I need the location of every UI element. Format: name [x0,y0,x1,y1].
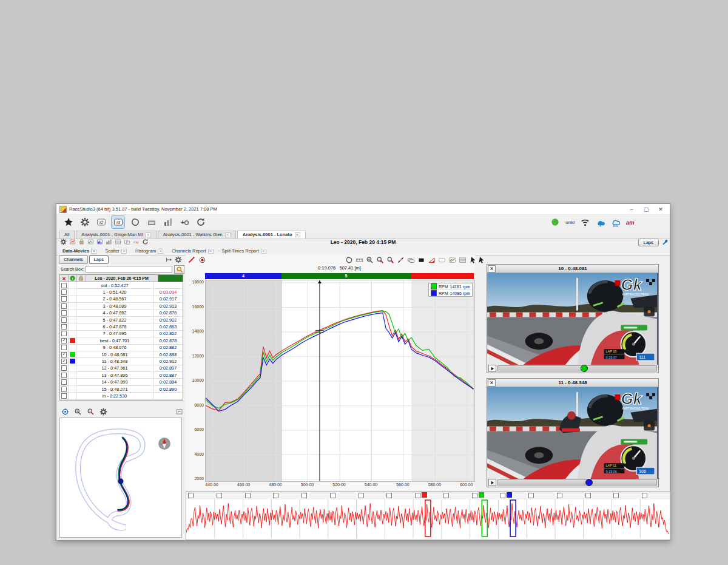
strip-lap-checkbox[interactable] [443,493,449,498]
lap-checkbox[interactable] [60,323,69,330]
pencil-icon[interactable] [187,256,195,264]
ecu-cloud-icon[interactable]: ECU [611,218,620,227]
sync-button[interactable] [194,216,207,228]
laps-button[interactable]: Laps [638,239,659,246]
strip-lap-checkbox[interactable] [359,493,364,498]
close-button[interactable]: ✕ [655,206,667,212]
gear-icon[interactable] [175,256,182,263]
ruler-icon[interactable] [356,256,363,264]
tab-close-icon[interactable]: ✕ [295,232,300,237]
view-chart-icon[interactable] [448,256,456,264]
checkbox-box[interactable] [61,324,67,330]
lap-checkbox[interactable] [60,365,69,371]
checkbox-box[interactable] [61,283,67,288]
subtab-data-movies[interactable]: Data-Movies✕ [59,248,100,255]
target-icon[interactable] [61,408,69,416]
video-position-marker[interactable] [585,479,593,486]
strip-lap-checkbox[interactable] [245,493,251,498]
play-button[interactable] [488,479,496,486]
checkbox-box[interactable]: ✓ [61,338,67,343]
cursor-tool-icon[interactable] [477,256,485,264]
tools-button[interactable] [62,216,75,228]
tab-close-icon[interactable]: ✕ [225,232,231,237]
lap-row[interactable]: 15 - 0:48.2710:02.890 [60,386,183,393]
tab-close-icon[interactable]: ✕ [146,232,151,237]
rs3-button[interactable]: r3 [111,215,125,229]
checkbox-box[interactable] [61,303,67,309]
zoom-out-icon[interactable] [87,408,95,416]
account-label[interactable]: unkl [565,220,575,225]
layers-icon[interactable] [407,256,415,264]
info-icon[interactable]: i [69,275,77,282]
checkbox-box[interactable] [61,373,67,378]
subtab-close-icon[interactable]: ✕ [158,249,163,254]
video-frame[interactable]: Gk KART RACING TEAM LAP 110:19.06 106 [487,387,658,479]
checkbox-box[interactable] [61,310,67,316]
strip-lap-checkbox[interactable] [386,493,392,498]
add-device-button[interactable]: + [178,216,190,228]
track-map[interactable] [60,418,180,536]
zoom-in-icon[interactable] [74,408,82,416]
maximize-button[interactable]: ▢ [640,206,652,212]
search-button[interactable] [174,265,184,274]
strip-lap-checkbox[interactable] [613,493,619,498]
tab-analysis-0001-lonato[interactable]: Analysis-0001 - Lonato✕ [237,231,306,239]
lap-row[interactable]: ✓11 - 0:48.3480:02.912 [60,358,183,365]
weather-icon[interactable] [596,218,605,227]
zoom-prev-icon[interactable] [376,256,384,264]
remove-icon[interactable]: ✕ [60,275,69,282]
video-progress-bar[interactable] [497,365,657,371]
lap-row[interactable]: in - 0:22.530 [60,393,183,399]
strip-lap-checkbox[interactable] [528,493,534,498]
strip-lap-checkbox[interactable] [188,493,194,498]
lap-row[interactable]: ✓10 - 0:48.0810:02.888 [60,351,183,358]
view-plain-icon[interactable] [438,256,446,264]
track-button[interactable] [129,216,141,228]
lap-checkbox[interactable]: ✓ [60,358,69,364]
gear-button[interactable] [78,216,91,228]
channels-tab-button[interactable]: Channels [59,255,88,264]
tab-analysis-0001-gingerman-mi[interactable]: Analysis-0001 - GingerMan MI✕ [76,231,156,239]
lap-row[interactable]: 2 - 0:48.5670:02.917 [60,296,183,303]
video-frame[interactable]: Gk KART RACING TEAM LAP 100:19.07 111 [487,273,658,365]
checkbox-box[interactable] [61,387,67,392]
rs2-button[interactable]: r2 [95,216,107,228]
subtab-histogram[interactable]: Histogram✕ [132,248,167,255]
tab-analysis-0001-watkins-glen[interactable]: Analysis-0001 - Watkins Glen✕ [158,231,236,239]
record-icon[interactable] [198,256,206,264]
strip-lap-checkbox[interactable] [415,493,420,498]
lap-checkbox[interactable]: ✓ [60,337,69,343]
zoom-in-icon[interactable] [366,256,374,264]
checkbox-box[interactable] [61,331,67,336]
tab-all[interactable]: All [59,231,75,239]
rpm-plot[interactable] [205,280,475,482]
measure-icon[interactable] [428,256,436,264]
subtab-scatter[interactable]: Scatter✕ [101,248,130,255]
lap-checkbox[interactable] [60,289,69,295]
subtab-close-icon[interactable]: ✕ [121,249,127,254]
cursor-icon[interactable] [469,256,477,264]
lap-row[interactable]: 12 - 0:47.9610:02.897 [60,365,183,372]
wrench-icon[interactable] [661,239,669,246]
lap-row[interactable]: 5 - 0:47.8220:02.902 [60,317,183,323]
lap-checkbox[interactable] [60,393,69,399]
lap-checkbox[interactable] [60,331,69,337]
checkbox-box[interactable]: ✓ [61,352,67,357]
report-button[interactable] [161,216,174,228]
lap-row[interactable]: 4 - 0:47.8520:02.876 [60,310,183,317]
lap-row[interactable]: 13 - 0:47.8060:02.887 [60,372,183,379]
checkbox-box[interactable]: ✓ [61,359,67,364]
lap-checkbox[interactable] [60,303,69,309]
zoom-free-icon[interactable] [397,256,405,264]
checkbox-box[interactable] [61,345,67,350]
lap-row[interactable]: 9 - 0:48.0760:02.882 [60,345,183,351]
play-button[interactable] [488,365,496,372]
lap-checkbox[interactable] [60,310,69,316]
lap-checkbox[interactable] [60,317,69,323]
track-icon[interactable] [345,256,353,264]
track-segment-5[interactable]: 5 [281,273,411,279]
strip-lap-checkbox[interactable] [273,493,278,498]
lap-checkbox[interactable] [60,282,69,288]
laps-tab-button[interactable]: Laps [89,255,109,264]
lap-row[interactable]: 6 - 0:47.8780:02.863 [60,323,183,330]
